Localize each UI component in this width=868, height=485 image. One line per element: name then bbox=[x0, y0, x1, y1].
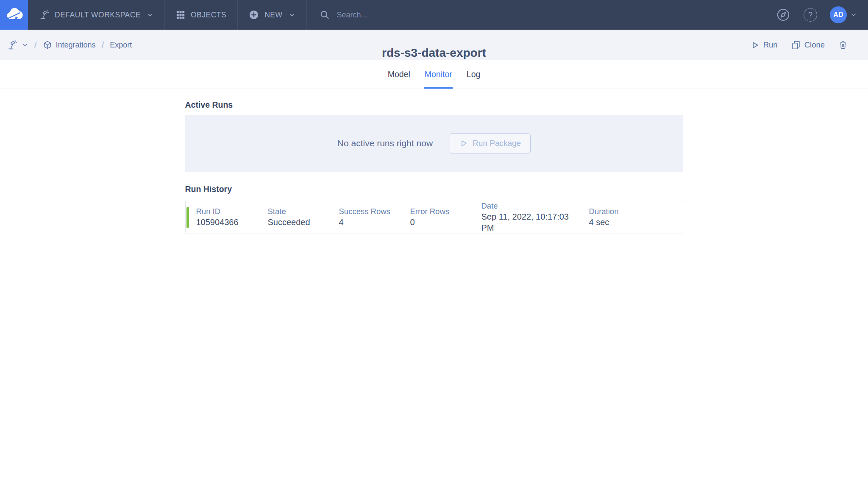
run-button[interactable]: Run bbox=[751, 40, 778, 50]
breadcrumb-item-integrations[interactable]: Integrations bbox=[43, 40, 96, 50]
column-label: Success Rows bbox=[339, 206, 410, 217]
active-runs-heading: Active Runs bbox=[185, 100, 683, 110]
topbar-right-controls: ? AD bbox=[776, 0, 868, 30]
app-logo[interactable] bbox=[0, 0, 28, 30]
state-cell: State Succeeded bbox=[268, 206, 339, 228]
objects-menu-label: OBJECTS bbox=[191, 11, 226, 20]
package-icon bbox=[43, 40, 52, 50]
breadcrumb-item-label: Integrations bbox=[56, 41, 96, 50]
tab-model[interactable]: Model bbox=[381, 60, 417, 89]
avatar: AD bbox=[830, 6, 847, 23]
help-glyph: ? bbox=[808, 11, 812, 20]
column-label: Date bbox=[481, 201, 574, 212]
clone-button-label: Clone bbox=[804, 40, 825, 50]
run-id-cell: Run ID 105904366 bbox=[196, 206, 268, 228]
breadcrumb-separator: / bbox=[100, 40, 106, 50]
breadcrumb-separator: / bbox=[33, 40, 38, 50]
copy-icon bbox=[791, 40, 801, 50]
tab-label: Monitor bbox=[425, 70, 452, 79]
tab-monitor[interactable]: Monitor bbox=[417, 60, 459, 89]
chevron-down-icon bbox=[850, 11, 857, 18]
duration-cell: Duration 4 sec bbox=[589, 206, 683, 228]
column-label: Duration bbox=[589, 206, 683, 217]
run-id-value: 105904366 bbox=[196, 217, 268, 228]
state-value: Succeeded bbox=[268, 217, 339, 228]
cloud-logo-icon bbox=[5, 6, 23, 24]
play-icon bbox=[751, 41, 760, 50]
page-header: / Integrations / Export rds-s3-data-expo… bbox=[0, 30, 868, 60]
success-rows-value: 4 bbox=[339, 217, 410, 228]
monitor-content: Active Runs No active runs right now Run… bbox=[185, 100, 683, 234]
chevron-down-icon bbox=[22, 42, 28, 48]
active-runs-section: Active Runs No active runs right now Run… bbox=[185, 100, 683, 172]
tab-log[interactable]: Log bbox=[459, 60, 488, 89]
workspace-menu[interactable]: DEFAULT WORKSPACE bbox=[28, 0, 164, 30]
desk-lamp-icon bbox=[7, 40, 17, 50]
play-icon bbox=[459, 139, 468, 148]
new-menu[interactable]: NEW bbox=[238, 0, 306, 30]
breadcrumb: / Integrations / Export bbox=[0, 40, 132, 50]
clone-button[interactable]: Clone bbox=[791, 40, 825, 50]
date-value: Sep 11, 2022, 10:17:03 PM bbox=[481, 211, 574, 233]
avatar-initials: AD bbox=[833, 11, 843, 19]
success-rows-cell: Success Rows 4 bbox=[339, 206, 410, 228]
tab-label: Log bbox=[467, 70, 481, 79]
trash-icon bbox=[838, 40, 848, 50]
date-cell: Date Sep 11, 2022, 10:17:03 PM bbox=[481, 201, 589, 234]
run-package-button[interactable]: Run Package bbox=[450, 133, 531, 153]
run-history-section: Run History Run ID 105904366 State Succe… bbox=[185, 184, 683, 234]
tab-label: Model bbox=[388, 70, 410, 79]
help-icon[interactable]: ? bbox=[804, 8, 817, 22]
tab-bar: Model Monitor Log bbox=[0, 60, 868, 89]
run-button-label: Run bbox=[763, 40, 778, 50]
column-label: Run ID bbox=[196, 206, 268, 217]
grid-icon bbox=[176, 10, 185, 20]
compass-icon[interactable] bbox=[776, 7, 791, 22]
column-label: State bbox=[268, 206, 339, 217]
workspace-menu-label: DEFAULT WORKSPACE bbox=[55, 11, 141, 20]
run-package-button-label: Run Package bbox=[473, 139, 521, 148]
package-actions: Run Clone bbox=[751, 40, 868, 50]
workspace-switcher[interactable] bbox=[7, 40, 28, 50]
desk-lamp-icon bbox=[39, 10, 49, 20]
error-rows-cell: Error Rows 0 bbox=[410, 206, 481, 228]
chevron-down-icon bbox=[289, 12, 295, 18]
column-label: Error Rows bbox=[410, 206, 481, 217]
magnifier-icon bbox=[320, 10, 330, 20]
plus-circle-icon bbox=[249, 10, 259, 20]
run-history-row[interactable]: Run ID 105904366 State Succeeded Success… bbox=[185, 200, 683, 234]
app-window: DEFAULT WORKSPACE OBJECTS bbox=[0, 0, 868, 485]
no-active-runs-message: No active runs right now bbox=[337, 138, 433, 148]
run-history-heading: Run History bbox=[185, 184, 683, 194]
account-menu[interactable]: AD bbox=[830, 6, 857, 23]
chevron-down-icon bbox=[147, 12, 153, 18]
top-navigation-bar: DEFAULT WORKSPACE OBJECTS bbox=[0, 0, 868, 30]
objects-menu[interactable]: OBJECTS bbox=[165, 0, 237, 30]
run-status-indicator bbox=[186, 207, 189, 228]
new-menu-label: NEW bbox=[264, 11, 282, 20]
error-rows-value: 0 bbox=[410, 217, 481, 228]
breadcrumb-item-label: Export bbox=[110, 41, 132, 50]
page-title: rds-s3-data-export bbox=[382, 46, 486, 60]
active-runs-panel: No active runs right now Run Package bbox=[185, 115, 683, 172]
global-search bbox=[307, 0, 776, 30]
search-input[interactable] bbox=[336, 10, 763, 20]
breadcrumb-item-export[interactable]: Export bbox=[110, 41, 132, 50]
delete-button[interactable] bbox=[838, 40, 848, 50]
duration-value: 4 sec bbox=[589, 217, 683, 228]
